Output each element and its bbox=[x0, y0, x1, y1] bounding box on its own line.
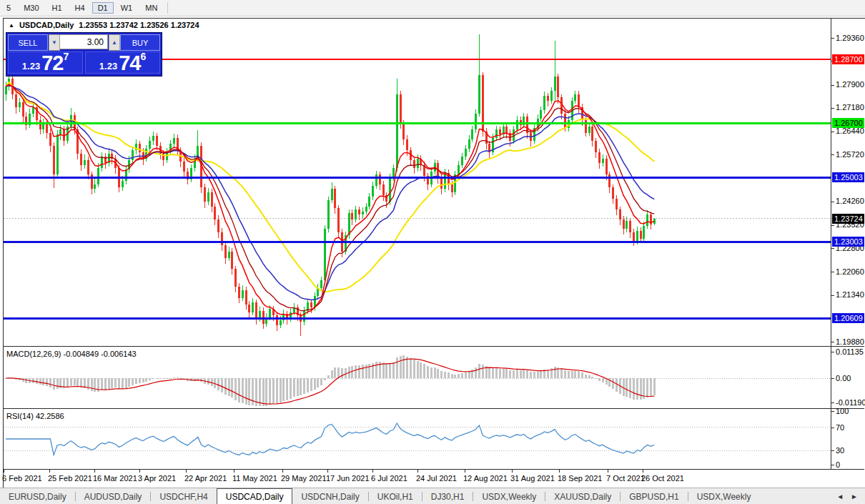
price-scale-tick bbox=[831, 248, 834, 249]
tab-scroll-left-icon[interactable]: ◄ bbox=[836, 493, 844, 500]
time-axis-label: 3 Apr 2021 bbox=[138, 474, 176, 483]
sell-price-big: 72 bbox=[41, 54, 63, 72]
timeframe-button-m30[interactable]: M30 bbox=[18, 2, 44, 14]
sell-price-display[interactable]: 1.23727 bbox=[8, 51, 83, 74]
time-axis-tick bbox=[327, 470, 328, 473]
time-axis-tick bbox=[417, 470, 418, 473]
tab-scroll-right-icon[interactable]: ► bbox=[851, 493, 858, 500]
chart-ohlc-values: 1.23553 1.23742 1.23526 1.23724 bbox=[79, 21, 199, 29]
price-badge-1.26700: 1.26700 bbox=[832, 118, 864, 128]
price-scale-label: 1.19880 bbox=[836, 337, 864, 347]
chart-tab-bar: EURUSD,DailyAUDUSD,DailyUSDCHF,H4USDCAD,… bbox=[0, 488, 865, 504]
buy-button[interactable]: BUY bbox=[120, 34, 160, 51]
chart-tab-dj30-h1[interactable]: DJ30,H1 bbox=[422, 488, 473, 504]
macd-signal-line bbox=[6, 359, 654, 404]
time-axis-tick bbox=[139, 470, 140, 473]
chart-symbol-label: USDCAD,Daily bbox=[19, 21, 74, 29]
chart-title: ▲ USDCAD,Daily 1.23553 1.23742 1.23526 1… bbox=[9, 21, 199, 29]
price-scale-label: 1.27180 bbox=[836, 103, 864, 112]
chart-tab-usdx-weekly[interactable]: USDX,Weekly bbox=[688, 488, 760, 504]
ma-fast-line bbox=[6, 84, 654, 315]
macd-indicator-label: MACD(12,26,9) -0.004849 -0.006143 bbox=[6, 350, 137, 358]
price-scale-tick bbox=[831, 132, 834, 132]
time-axis-label: 24 Jul 2021 bbox=[416, 474, 457, 483]
toolbar-separator bbox=[167, 2, 168, 14]
timeframe-button-5[interactable]: 5 bbox=[1, 2, 16, 14]
chart-tab-usdchf-h4[interactable]: USDCHF,H4 bbox=[151, 488, 216, 504]
rsi-panel-splitter[interactable] bbox=[3, 408, 864, 409]
volume-increase-button[interactable]: ▲ bbox=[109, 34, 120, 51]
price-scale-label: 1.21340 bbox=[836, 290, 864, 300]
time-axis-label: 17 Jun 2021 bbox=[326, 474, 370, 483]
price-badge-1.20609: 1.20609 bbox=[832, 313, 864, 323]
rsi-scale-tick bbox=[831, 465, 834, 465]
price-scale-tick bbox=[831, 154, 834, 155]
price-badge-1.28700: 1.28700 bbox=[832, 54, 864, 64]
time-axis-label: 16 Mar 2021 bbox=[93, 474, 137, 483]
timeframe-button-w1[interactable]: W1 bbox=[115, 2, 139, 14]
time-axis-label: 26 Oct 2021 bbox=[641, 474, 684, 483]
macd-histogram bbox=[5, 355, 656, 406]
price-scale-tick bbox=[831, 38, 834, 39]
sell-price-sup: 7 bbox=[63, 53, 69, 60]
volume-input[interactable]: 3.00 bbox=[59, 34, 108, 49]
one-click-panel-arrow-icon[interactable]: ▲ bbox=[9, 22, 14, 29]
price-chart-canvas[interactable] bbox=[4, 19, 831, 469]
price-scale-label: 1.29360 bbox=[836, 34, 864, 43]
chart-tab-xauusd-daily[interactable]: XAUUSD,Daily bbox=[545, 488, 620, 504]
rsi-scale-tick bbox=[831, 428, 834, 428]
chevron-up-icon: ▲ bbox=[112, 39, 117, 46]
timeframe-button-h4[interactable]: H4 bbox=[69, 2, 91, 14]
chevron-down-icon: ▼ bbox=[51, 39, 57, 46]
price-scale-tick bbox=[831, 202, 834, 202]
time-axis-tick bbox=[372, 470, 373, 473]
macd-scale-label: 0.00 bbox=[836, 374, 851, 382]
rsi-scale-label: 30 bbox=[836, 446, 844, 455]
rsi-scale-label: 100 bbox=[836, 407, 849, 415]
price-badge-1.23003: 1.23003 bbox=[832, 237, 864, 247]
buy-price-sup: 6 bbox=[140, 53, 146, 60]
chart-tab-gbpusd-h1[interactable]: GBPUSD,H1 bbox=[621, 488, 687, 504]
buy-price-big: 74 bbox=[119, 54, 140, 72]
time-axis-label: 29 May 2021 bbox=[281, 474, 327, 483]
macd-scale-label: 0.01135 bbox=[836, 347, 864, 356]
price-scale-tick bbox=[831, 342, 834, 342]
timeframe-button-d1[interactable]: D1 bbox=[92, 2, 114, 14]
time-axis-tick bbox=[559, 470, 560, 473]
timeframe-button-mn[interactable]: MN bbox=[139, 2, 163, 14]
time-axis-label: 31 Aug 2021 bbox=[510, 474, 555, 483]
price-badge-1.23724: 1.23724 bbox=[832, 214, 864, 224]
time-axis-tick bbox=[608, 470, 608, 473]
time-axis-divider bbox=[3, 469, 864, 470]
sell-button[interactable]: SELL bbox=[8, 34, 48, 51]
time-axis-tick bbox=[186, 470, 187, 473]
time-axis-label: 6 Feb 2021 bbox=[2, 474, 42, 483]
price-scale-label: 1.26440 bbox=[836, 127, 864, 136]
chart-tab-usdcad-daily[interactable]: USDCAD,Daily bbox=[217, 488, 293, 504]
chart-tab-usdx-weekly[interactable]: USDX,Weekly bbox=[473, 488, 545, 504]
price-badge-1.25003: 1.25003 bbox=[832, 172, 864, 182]
macd-panel-splitter[interactable] bbox=[3, 346, 864, 347]
rsi-scale-label: 0 bbox=[836, 460, 840, 469]
time-axis-tick bbox=[643, 470, 643, 473]
mt4-window: 5M30H1H4D1W1MN ▲ USDCAD,Daily 1.23553 1.… bbox=[0, 0, 865, 504]
price-scale-tick bbox=[831, 272, 834, 272]
chart-tab-ukoil-h1[interactable]: UKOil,H1 bbox=[369, 488, 422, 504]
time-axis-tick bbox=[94, 470, 95, 473]
rsi-line bbox=[6, 423, 654, 455]
buy-price-display[interactable]: 1.23746 bbox=[85, 51, 160, 74]
chart-tab-usdcnh-daily[interactable]: USDCNH,Daily bbox=[292, 488, 367, 504]
timeframe-button-h1[interactable]: H1 bbox=[46, 2, 68, 14]
volume-decrease-button[interactable]: ▼ bbox=[49, 34, 60, 51]
chart-tab-audusd-daily[interactable]: AUDUSD,Daily bbox=[76, 488, 151, 504]
time-axis-tick bbox=[282, 470, 283, 473]
price-scale-label: 1.25720 bbox=[836, 150, 864, 159]
macd-scale-tick bbox=[831, 352, 834, 352]
chart-tab-eurusd-daily[interactable]: EURUSD,Daily bbox=[0, 488, 75, 504]
price-scale-tick bbox=[831, 225, 834, 226]
timeframe-toolbar: 5M30H1H4D1W1MN bbox=[0, 0, 865, 16]
price-scale-label: 1.22060 bbox=[836, 267, 864, 277]
price-scale-label: 1.27900 bbox=[836, 80, 864, 89]
rsi-scale-tick bbox=[831, 450, 834, 451]
time-axis-tick bbox=[4, 470, 4, 473]
